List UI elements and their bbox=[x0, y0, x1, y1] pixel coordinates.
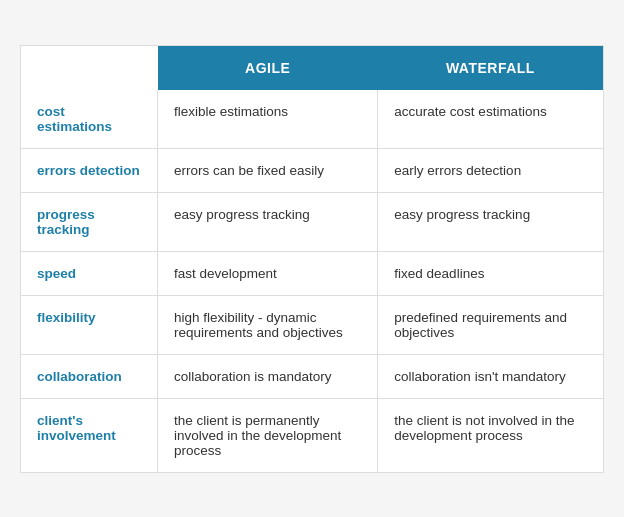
table-row: speedfast developmentfixed deadlines bbox=[21, 251, 603, 295]
table-row: collaborationcollaboration is mandatoryc… bbox=[21, 354, 603, 398]
feature-cell: errors detection bbox=[21, 148, 158, 192]
table-row: cost estimationsflexible estimationsaccu… bbox=[21, 90, 603, 149]
agile-cell: flexible estimations bbox=[158, 90, 378, 149]
feature-cell: client's involvement bbox=[21, 398, 158, 472]
waterfall-cell: accurate cost estimations bbox=[378, 90, 603, 149]
waterfall-cell: early errors detection bbox=[378, 148, 603, 192]
waterfall-cell: fixed deadlines bbox=[378, 251, 603, 295]
agile-cell: easy progress tracking bbox=[158, 192, 378, 251]
waterfall-cell: collaboration isn't mandatory bbox=[378, 354, 603, 398]
table-header-row: AGILE WATERFALL bbox=[21, 46, 603, 90]
waterfall-cell: the client is not involved in the develo… bbox=[378, 398, 603, 472]
agile-cell: high flexibility - dynamic requirements … bbox=[158, 295, 378, 354]
agile-cell: collaboration is mandatory bbox=[158, 354, 378, 398]
table-row: errors detectionerrors can be fixed easi… bbox=[21, 148, 603, 192]
header-col-feature bbox=[21, 46, 158, 90]
agile-cell: errors can be fixed easily bbox=[158, 148, 378, 192]
comparison-table: AGILE WATERFALL cost estimationsflexible… bbox=[20, 45, 604, 473]
feature-cell: cost estimations bbox=[21, 90, 158, 149]
agile-cell: fast development bbox=[158, 251, 378, 295]
header-col-agile: AGILE bbox=[158, 46, 378, 90]
waterfall-cell: easy progress tracking bbox=[378, 192, 603, 251]
feature-cell: collaboration bbox=[21, 354, 158, 398]
feature-cell: flexibility bbox=[21, 295, 158, 354]
feature-cell: progress tracking bbox=[21, 192, 158, 251]
header-col-waterfall: WATERFALL bbox=[378, 46, 603, 90]
feature-cell: speed bbox=[21, 251, 158, 295]
waterfall-cell: predefined requirements and objectives bbox=[378, 295, 603, 354]
table-row: flexibilityhigh flexibility - dynamic re… bbox=[21, 295, 603, 354]
table-row: client's involvementthe client is perman… bbox=[21, 398, 603, 472]
agile-cell: the client is permanently involved in th… bbox=[158, 398, 378, 472]
table-row: progress trackingeasy progress trackinge… bbox=[21, 192, 603, 251]
